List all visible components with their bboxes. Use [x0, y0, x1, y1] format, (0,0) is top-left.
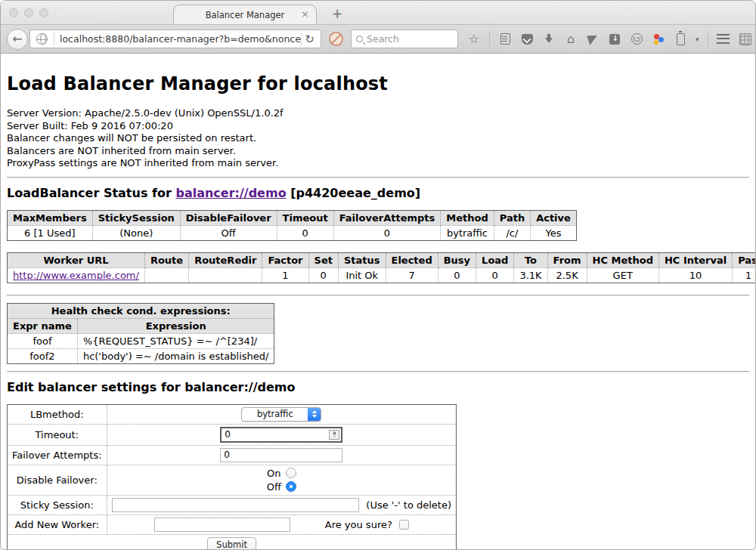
sticky-session-cell: (Use '-' to delete)	[107, 495, 456, 514]
status-heading-suffix: [p4420eeae_demo]	[287, 186, 421, 200]
battery-icon[interactable]	[674, 32, 687, 46]
cell-expression: %{REQUEST_STATUS} =~ /^[234]/	[77, 333, 274, 348]
download-icon[interactable]	[542, 32, 556, 46]
timeout-input-wrap: ▲▽	[220, 427, 342, 443]
search-icon	[356, 36, 363, 42]
failover-attempts-cell	[107, 445, 456, 465]
url-text[interactable]: localhost:8880/balancer-manager?b=demo&n…	[60, 33, 301, 45]
minimize-window-button[interactable]	[24, 8, 33, 17]
cell-active: Yes	[531, 225, 577, 240]
tab-bar: Balancer Manager × +	[1, 1, 755, 25]
status-heading-prefix: LoadBalancer Status for	[7, 186, 175, 200]
balancer-demo-link[interactable]: balancer://demo	[175, 186, 286, 200]
lbmethod-cell: bytraffic	[107, 404, 456, 424]
cell-hc-interval: 10	[658, 267, 732, 283]
col-header: StickySession	[92, 210, 180, 225]
tab-groups-grid-icon[interactable]	[739, 32, 752, 46]
col-header: Load	[476, 252, 514, 267]
cell-method: bytraffic	[441, 225, 494, 240]
disable-failover-on-radio[interactable]	[286, 468, 296, 478]
clipboard-icon[interactable]	[498, 32, 512, 46]
worker-row: http://www.example.com/ 1 0 Init Ok 7 0 …	[8, 267, 756, 283]
timeout-input[interactable]	[222, 428, 327, 441]
notice-line: Balancers are NOT inherited from main se…	[7, 145, 749, 158]
are-you-sure-label: Are you sure?	[325, 519, 392, 530]
send-plane-icon[interactable]	[586, 32, 600, 46]
health-table-title: Health check cond. expressions:	[8, 303, 274, 318]
table-row: 6 [1 Used] (None) Off 0 0 bytraffic /c/ …	[8, 225, 577, 240]
worker-url-link[interactable]: http://www.example.com/	[13, 270, 139, 281]
pocket-icon[interactable]	[520, 32, 534, 46]
cell-from: 2.5K	[547, 267, 587, 283]
bookmark-star-icon[interactable]: ☆	[467, 32, 481, 46]
tab-close-icon[interactable]: ×	[301, 9, 309, 20]
col-header: From	[547, 252, 587, 267]
search-bar[interactable]	[351, 29, 458, 48]
urlbar-divider	[54, 32, 54, 45]
url-bar[interactable]: localhost:8880/balancer-manager?b=demo&n…	[29, 29, 321, 48]
new-tab-button[interactable]: +	[327, 5, 347, 24]
cell-disablefailover: Off	[180, 225, 277, 240]
cell-elected: 7	[386, 267, 438, 283]
status-heading: LoadBalancer Status for balancer://demo …	[7, 186, 749, 200]
menu-hamburger-icon[interactable]	[717, 32, 730, 46]
toolbar-divider	[489, 32, 490, 47]
col-header: To	[514, 252, 547, 267]
sticky-session-input[interactable]	[112, 498, 360, 512]
section-divider	[7, 177, 749, 178]
table-title-row: Health check cond. expressions:	[8, 303, 274, 318]
number-stepper-icon[interactable]: ▲▽	[329, 430, 339, 440]
tab-balancer-manager[interactable]: Balancer Manager ×	[173, 5, 317, 24]
disable-failover-off-radio[interactable]	[286, 481, 296, 492]
worker-status-table: Worker URL Route RouteRedir Factor Set S…	[7, 252, 755, 283]
cell-set: 0	[308, 267, 338, 283]
col-header: Elected	[386, 252, 438, 267]
notice-line: Balancer changes will NOT be persisted o…	[7, 132, 749, 145]
cell-factor: 1	[262, 267, 308, 283]
zoom-window-button[interactable]	[39, 8, 48, 17]
col-header: RouteRedir	[189, 252, 262, 267]
timeout-cell: ▲▽	[107, 424, 456, 445]
section-divider	[7, 371, 749, 372]
colored-dots-extension-icon[interactable]	[652, 32, 665, 46]
cell-failoverattempts: 0	[333, 225, 441, 240]
cell-load: 0	[476, 267, 514, 283]
overflow-caret-icon[interactable]: ▾	[696, 36, 699, 43]
edit-balancer-form: LBmethod: bytraffic Timeout: ▲▽	[7, 404, 457, 550]
form-row-timeout: Timeout: ▲▽	[8, 424, 457, 445]
notice-line: ProxyPass settings are NOT inherited fro…	[7, 157, 749, 170]
col-header: Factor	[262, 252, 308, 267]
cell-hc-method: GET	[587, 267, 658, 283]
disable-failover-cell: On Off	[107, 465, 456, 495]
form-row-disable-failover: Disable Failover: On Off	[8, 465, 457, 495]
add-worker-input[interactable]	[154, 518, 290, 532]
timeout-label: Timeout:	[8, 424, 107, 445]
site-identity-globe-icon[interactable]	[36, 33, 48, 45]
are-you-sure-checkbox[interactable]	[399, 520, 409, 530]
col-header: Worker URL	[8, 252, 145, 267]
search-input[interactable]	[367, 33, 442, 45]
failover-attempts-input[interactable]	[220, 448, 342, 462]
close-window-button[interactable]	[9, 8, 18, 17]
lbmethod-select[interactable]: bytraffic	[241, 407, 321, 422]
balancer-status-table: MaxMembers StickySession DisableFailover…	[7, 210, 577, 241]
feedback-smiley-icon[interactable]	[630, 32, 643, 46]
form-row-add-worker: Add New Worker: Are you sure?	[8, 514, 457, 534]
failover-attempts-label: Failover Attempts:	[8, 445, 107, 465]
worker-url-cell: http://www.example.com/	[8, 267, 145, 283]
table-header-row: Expr name Expression	[8, 318, 274, 333]
table-header-row: MaxMembers StickySession DisableFailover…	[8, 210, 577, 225]
cell-status: Init Ok	[338, 267, 386, 283]
home-icon[interactable]: ⌂	[564, 32, 578, 46]
cell-expr-name: foof2	[8, 348, 78, 363]
content-blocked-icon[interactable]	[329, 32, 343, 46]
reload-icon[interactable]: ↻	[301, 32, 318, 46]
submit-button[interactable]: Submit	[207, 537, 256, 550]
server-built-line: Server Built: Feb 9 2016 07:00:20	[7, 120, 749, 133]
sticky-session-label: Sticky Session:	[8, 495, 107, 514]
cell-route	[144, 267, 188, 283]
square-download-icon[interactable]	[608, 32, 621, 46]
back-button[interactable]: ←	[7, 29, 28, 50]
page-content: Load Balancer Manager for localhost Serv…	[1, 54, 755, 550]
col-header: Set	[308, 252, 338, 267]
